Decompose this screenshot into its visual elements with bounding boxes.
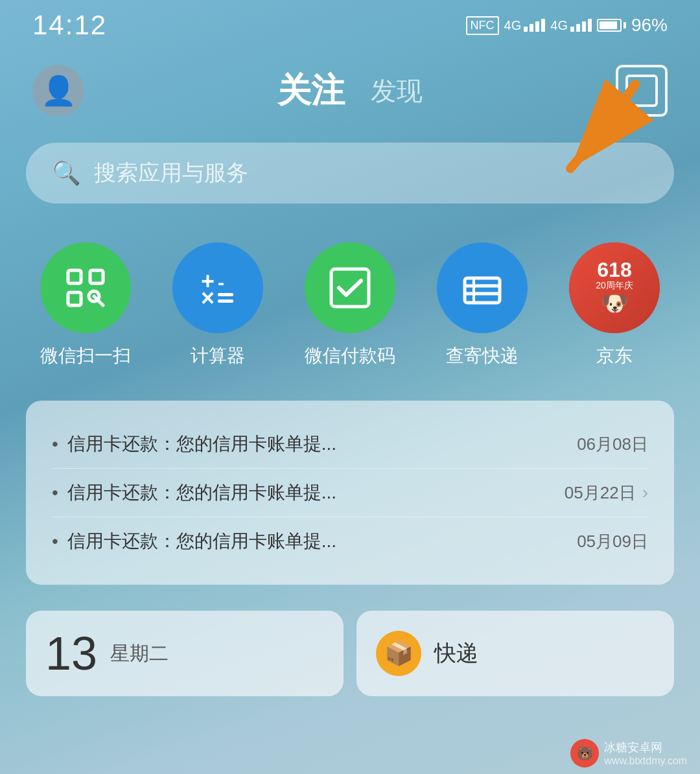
search-bar-container: 🔍 搜索应用与服务 (0, 130, 700, 217)
svg-text:×: × (201, 285, 215, 311)
4g-label-2: 4G (550, 18, 568, 33)
avatar[interactable]: 👤 (32, 65, 84, 117)
notif-date-1: 06月08日 (577, 433, 648, 456)
app-icon-express (437, 242, 528, 333)
header: 👤 关注 发现 (0, 52, 700, 130)
app-label-express: 查寄快递 (446, 344, 519, 368)
calc-icon: + - × (194, 264, 241, 311)
app-wechat-pay[interactable]: 微信付款码 (305, 242, 395, 368)
pay-icon (327, 265, 373, 311)
battery-fill (600, 21, 617, 29)
notif-content-2: • 信用卡还款：您的信用卡账单提... (52, 480, 552, 505)
app-icon-wechat-pay (305, 242, 395, 333)
search-placeholder: 搜索应用与服务 (94, 158, 248, 188)
4g-label-1: 4G (504, 18, 522, 33)
battery-icon (597, 19, 626, 32)
notif-date-3: 05月09日 (577, 530, 648, 553)
svg-rect-11 (331, 269, 369, 307)
watermark: 🐻 冰糖安卓网 www.btxtdmy.com (570, 739, 687, 768)
watermark-info: 冰糖安卓网 www.btxtdmy.com (604, 740, 687, 767)
watermark-logo: 🐻 (570, 739, 599, 768)
app-icon-jd: 618 20周年庆 🐶 (569, 242, 660, 333)
app-wechat-scan[interactable]: 微信扫一扫 (40, 242, 131, 368)
search-bar[interactable]: 🔍 搜索应用与服务 (26, 143, 674, 204)
tab-faxian[interactable]: 发现 (371, 73, 423, 109)
svg-text:-: - (218, 272, 224, 293)
app-label-wechat-scan: 微信扫一扫 (40, 344, 131, 368)
status-time: 14:12 (32, 10, 107, 41)
qr-inner (625, 75, 658, 107)
notif-date-2: 05月22日 (565, 482, 636, 504)
bottom-cards: 13 星期二 📦 快递 (0, 604, 700, 703)
calendar-day: 星期二 (110, 640, 169, 667)
notif-text-1: 信用卡还款：您的信用卡账单提... (67, 432, 336, 456)
battery-tip (624, 22, 626, 29)
delivery-label: 快递 (434, 639, 478, 668)
delivery-card[interactable]: 📦 快递 (356, 611, 674, 696)
signal-bars-2 (570, 19, 592, 32)
notif-content-1: • 信用卡还款：您的信用卡账单提... (52, 432, 564, 456)
watermark-url: www.btxtdmy.com (604, 755, 687, 767)
status-icons: NFC 4G 4G (466, 15, 668, 36)
app-label-wechat-pay: 微信付款码 (305, 344, 395, 368)
svg-rect-1 (68, 270, 81, 283)
notif-arrow: › (642, 482, 648, 503)
app-label-jd: 京东 (596, 344, 633, 368)
svg-rect-12 (465, 278, 500, 303)
signal-bars-1 (524, 19, 545, 32)
qr-icon[interactable] (616, 65, 668, 117)
notif-content-3: • 信用卡还款：您的信用卡账单提... (52, 529, 564, 554)
notif-row-3[interactable]: • 信用卡还款：您的信用卡账单提... 05月09日 (52, 517, 648, 565)
delivery-icon-symbol: 📦 (384, 640, 414, 667)
battery-body (597, 19, 622, 32)
calendar-date: 13 (45, 630, 97, 677)
app-icon-calculator: + - × (172, 242, 263, 333)
notif-bullet-1: • (52, 435, 58, 453)
notif-row-1[interactable]: • 信用卡还款：您的信用卡账单提... 06月08日 (52, 420, 648, 468)
tab-guanzhu[interactable]: 关注 (277, 68, 345, 113)
app-express[interactable]: 查寄快递 (437, 242, 528, 368)
app-label-calculator: 计算器 (191, 344, 245, 368)
notif-row-2[interactable]: • 信用卡还款：您的信用卡账单提... 05月22日 › (52, 468, 648, 517)
notification-card: • 信用卡还款：您的信用卡账单提... 06月08日 • 信用卡还款：您的信用卡… (26, 401, 674, 585)
app-jd[interactable]: 618 20周年庆 🐶 京东 (569, 242, 660, 368)
notif-bullet-2: • (52, 484, 58, 502)
notif-bullet-3: • (52, 532, 58, 550)
delivery-icon: 📦 (376, 631, 421, 676)
notif-text-3: 信用卡还款：您的信用卡账单提... (67, 529, 336, 554)
signal-group-1: 4G (504, 18, 546, 33)
svg-rect-9 (218, 293, 233, 296)
search-icon: 🔍 (52, 159, 81, 187)
status-bar: 14:12 NFC 4G 4G (0, 0, 700, 45)
box-icon (460, 265, 505, 311)
battery-percentage: 96% (631, 15, 668, 36)
calendar-card[interactable]: 13 星期二 (26, 611, 344, 696)
signal-group-2: 4G (550, 18, 592, 33)
avatar-icon: 👤 (41, 74, 76, 108)
watermark-name: 冰糖安卓网 (604, 740, 687, 755)
header-tabs: 关注 发现 (277, 68, 423, 113)
nfc-icon: NFC (466, 16, 499, 35)
apps-grid: 微信扫一扫 + - × 计算器 微信付款码 (0, 217, 700, 381)
notif-text-2: 信用卡还款：您的信用卡账单提... (67, 480, 336, 505)
scan-icon (63, 265, 108, 311)
svg-rect-3 (68, 292, 81, 305)
app-icon-wechat-scan (40, 242, 131, 333)
svg-rect-10 (218, 299, 233, 303)
svg-rect-2 (90, 270, 103, 283)
app-calculator[interactable]: + - × 计算器 (172, 242, 263, 368)
